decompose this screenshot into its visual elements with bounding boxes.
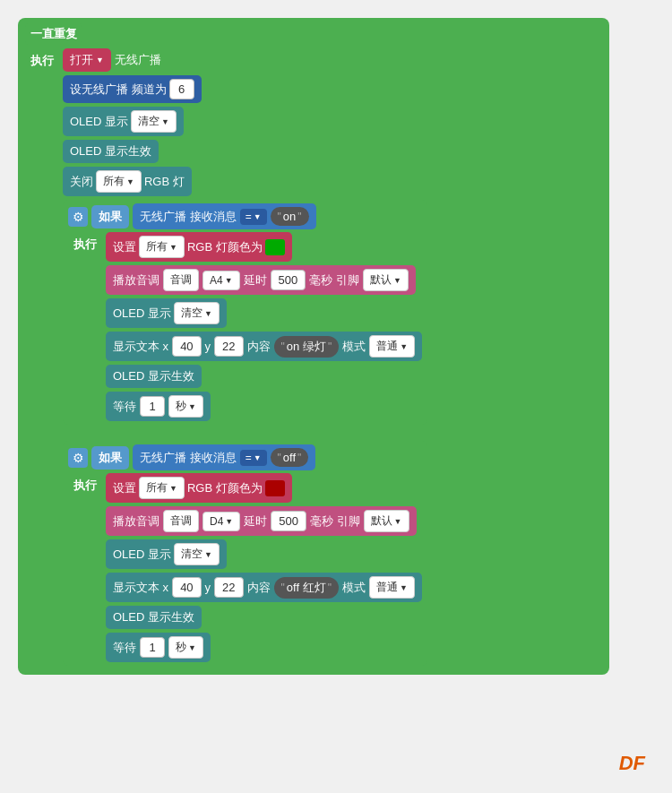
pin-val-2[interactable]: 默认 ▼ (364, 510, 409, 532)
if1-oled-clear-dropdown[interactable]: 清空 ▼ (174, 302, 220, 324)
eq-box-1[interactable]: = ▼ (240, 209, 267, 225)
if2-oled-effect-block: OLED 显示生效 (106, 606, 202, 629)
delay-val-2[interactable]: 500 (271, 511, 306, 531)
if1-sound: 播放音调 音调 A4 ▼ 延时 500 (106, 265, 422, 295)
if1-oled-clear-block: OLED 显示 清空 ▼ (106, 298, 227, 328)
tone-label-box-2: 音调 (163, 510, 199, 532)
set-rgb-block-1: 设置 所有 ▼ RGB 灯颜色为 (106, 232, 292, 262)
oled-clear-arrow1: ▼ (161, 117, 169, 126)
dt-mode-2[interactable]: 普通 ▼ (369, 576, 415, 599)
wait-block-1: 等待 1 秒 ▼ (106, 392, 211, 421)
wait-block-2: 等待 1 秒 ▼ (106, 633, 211, 662)
tone-value-2[interactable]: D4 ▼ (202, 512, 240, 531)
broadcast-label: 无线广播 (115, 52, 161, 68)
oled-clear-dropdown1[interactable]: 清空 ▼ (131, 110, 177, 133)
if1-display-text: 显示文本 x 40 y 22 内容 " on 绿灯 " (106, 332, 422, 361)
if2-inner: 设置 所有 ▼ RGB 灯颜色为 (106, 473, 422, 662)
if1-exec-section: 执行 设置 所有 ▼ RGB 灯颜色为 (68, 232, 422, 421)
loop-header: 一直重复 (25, 23, 602, 45)
wait-unit-2[interactable]: 秒 ▼ (168, 636, 203, 659)
if2-wait: 等待 1 秒 ▼ (106, 633, 422, 662)
if1-exec-label: 执行 (68, 234, 102, 255)
wait-val-2[interactable]: 1 (140, 637, 165, 658)
if2-oled-clear-dropdown[interactable]: 清空 ▼ (174, 543, 220, 565)
row-open-broadcast: 打开 ▼ 无线广播 (63, 48, 427, 72)
dt-y-2[interactable]: 22 (214, 577, 243, 598)
pin-val-1[interactable]: 默认 ▼ (363, 269, 409, 291)
if2-sound: 播放音调 音调 D4 ▼ 延时 500 (106, 506, 422, 536)
close-rgb-dropdown[interactable]: 所有 ▼ (96, 170, 142, 193)
df-watermark: DF (619, 752, 645, 775)
display-text-block-1: 显示文本 x 40 y 22 内容 " on 绿灯 " (106, 332, 422, 361)
row-oled-effect1: OLED 显示生效 (63, 140, 427, 163)
exec-section: 执行 打开 ▼ 无线广播 设无线广播 频道为 6 (25, 48, 602, 666)
close-rgb-block: 关闭 所有 ▼ RGB 灯 (63, 167, 192, 196)
row-oled-clear1: OLED 显示 清空 ▼ (63, 107, 427, 136)
if1-oled-effect: OLED 显示生效 (106, 365, 422, 388)
if1-oled-clear: OLED 显示 清空 ▼ (106, 298, 422, 328)
if-block-on: ⚙ 如果 无线广播 接收消息 = ▼ " on (63, 200, 427, 425)
dt-x-2[interactable]: 40 (172, 577, 201, 598)
section-gap (63, 428, 427, 437)
if-block-off: ⚙ 如果 无线广播 接收消息 = ▼ " off (63, 441, 427, 666)
dt-str-2: " off 红灯 " (274, 577, 339, 599)
if2-oled-effect: OLED 显示生效 (106, 606, 422, 629)
gear-icon-1[interactable]: ⚙ (68, 207, 88, 227)
if1-oled-effect-block: OLED 显示生效 (106, 365, 202, 388)
oled-effect-block1: OLED 显示生效 (63, 140, 159, 163)
if-label-2: 如果 (91, 446, 129, 470)
sound-block-1: 播放音调 音调 A4 ▼ 延时 500 (106, 265, 416, 295)
main-inner-blocks: 打开 ▼ 无线广播 设无线广播 频道为 6 OLED 显示 (63, 48, 427, 666)
wait-val-1[interactable]: 1 (140, 396, 165, 417)
if2-exec-label: 执行 (68, 475, 102, 496)
open-button[interactable]: 打开 ▼ (63, 48, 111, 72)
dt-x-1[interactable]: 40 (172, 336, 201, 357)
tone-value-1[interactable]: A4 ▼ (202, 271, 240, 290)
if2-set-rgb: 设置 所有 ▼ RGB 灯颜色为 (106, 473, 422, 503)
dt-mode-1[interactable]: 普通 ▼ (369, 335, 415, 358)
rgb-all-dropdown-2[interactable]: 所有 ▼ (139, 477, 185, 499)
condition-off: 无线广播 接收消息 = ▼ " off " (133, 444, 315, 470)
if1-set-rgb: 设置 所有 ▼ RGB 灯颜色为 (106, 232, 422, 262)
close-rgb-arrow: ▼ (126, 177, 134, 186)
exec-label: 执行 (25, 50, 59, 72)
if2-exec-section: 执行 设置 所有 ▼ RGB 灯颜色为 (68, 473, 422, 662)
oled-clear-block1: OLED 显示 清空 ▼ (63, 107, 184, 136)
str-on: " on " (271, 207, 309, 226)
display-text-block-2: 显示文本 x 40 y 22 内容 " off 红灯 " (106, 573, 422, 602)
channel-value[interactable]: 6 (169, 79, 194, 99)
loop-label: 一直重复 (25, 23, 82, 45)
set-rgb-block-2: 设置 所有 ▼ RGB 灯颜色为 (106, 473, 292, 503)
if2-display-text: 显示文本 x 40 y 22 内容 " off 红灯 " (106, 573, 422, 602)
condition-on: 无线广播 接收消息 = ▼ " on " (133, 203, 316, 229)
wait-unit-1[interactable]: 秒 ▼ (168, 395, 203, 418)
tone-label-box-1: 音调 (163, 269, 199, 291)
if2-oled-clear-block: OLED 显示 清空 ▼ (106, 539, 227, 569)
row-close-rgb: 关闭 所有 ▼ RGB 灯 (63, 167, 427, 196)
if1-wait: 等待 1 秒 ▼ (106, 392, 422, 421)
canvas: 一直重复 执行 打开 ▼ 无线广播 设无线广播 频道为 6 (0, 0, 672, 793)
delay-val-1[interactable]: 500 (271, 270, 306, 290)
color-green-swatch[interactable] (265, 239, 285, 255)
eq-box-2[interactable]: = ▼ (240, 450, 267, 466)
if-header-on: ⚙ 如果 无线广播 接收消息 = ▼ " on (68, 203, 422, 229)
gear-icon-2[interactable]: ⚙ (68, 448, 88, 468)
color-red-swatch[interactable] (265, 480, 285, 496)
if-label-1: 如果 (91, 205, 129, 228)
dt-str-1: " on 绿灯 " (274, 336, 340, 358)
rgb-all-dropdown-1[interactable]: 所有 ▼ (139, 236, 185, 258)
outer-loop-block: 一直重复 执行 打开 ▼ 无线广播 设无线广播 频道为 6 (18, 18, 609, 675)
set-channel-block: 设无线广播 频道为 6 (63, 75, 202, 103)
if-header-off: ⚙ 如果 无线广播 接收消息 = ▼ " off (68, 444, 422, 470)
if2-oled-clear: OLED 显示 清空 ▼ (106, 539, 422, 569)
sound-block-2: 播放音调 音调 D4 ▼ 延时 500 (106, 506, 417, 536)
if1-inner: 设置 所有 ▼ RGB 灯颜色为 (106, 232, 422, 421)
str-off: " off " (271, 448, 309, 467)
dt-y-1[interactable]: 22 (214, 336, 243, 357)
open-dropdown-arrow[interactable]: ▼ (96, 56, 104, 65)
row-set-channel: 设无线广播 频道为 6 (63, 75, 427, 103)
